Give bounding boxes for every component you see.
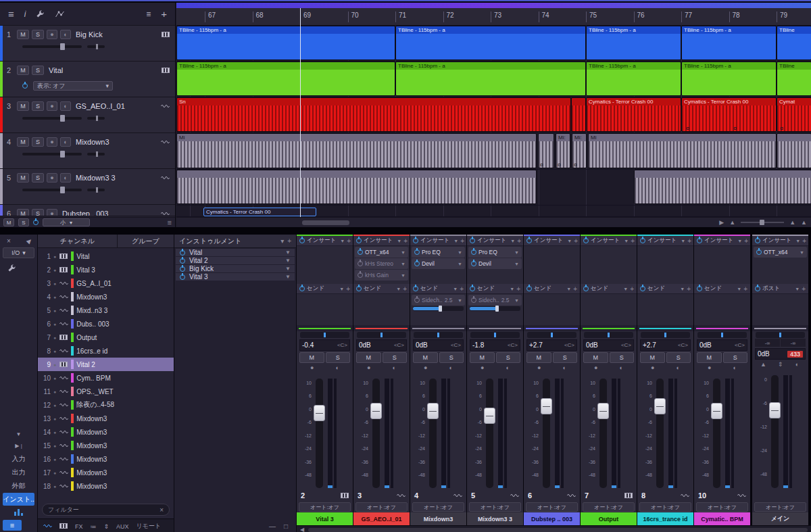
add-instrument-button[interactable]: + (287, 237, 291, 245)
volume-readout[interactable]: -0.4<C> (299, 339, 350, 351)
mute-button[interactable]: M (526, 352, 551, 363)
updown-icon[interactable]: ⇕ (772, 361, 789, 371)
insert-section-header[interactable]: インサート▼+ (752, 236, 808, 246)
automation-mode-button[interactable]: オート:オフ (696, 502, 748, 512)
solo-button[interactable]: S (32, 137, 44, 147)
strip-name[interactable]: Mixdown3 3 (467, 512, 523, 525)
strips-scrollbar[interactable]: ◀ (297, 525, 811, 532)
insert-section-header[interactable]: インサート▼+ (524, 236, 580, 246)
minimize-icon[interactable]: — (269, 523, 276, 530)
record-arm-button[interactable]: ● (640, 364, 666, 374)
audio-clip[interactable]: Mi:¤ (556, 133, 570, 168)
insert-section-header[interactable]: インサート▼+ (467, 236, 523, 246)
channel-list-row[interactable]: 13●Mixdown3 (38, 412, 174, 425)
automation-mode-button[interactable]: オート:オフ (639, 502, 691, 512)
track-pan-slider[interactable] (87, 117, 105, 120)
add-icon[interactable]: + (517, 237, 521, 245)
audio-clip[interactable] (176, 170, 537, 204)
volume-slider-handle[interactable] (60, 115, 65, 122)
add-icon[interactable]: + (743, 285, 747, 293)
gear-icon[interactable]: ¤ (574, 162, 577, 168)
instrument-row[interactable]: Big Kick▼ (176, 265, 295, 272)
volume-readout[interactable]: 0dB<C> (583, 339, 634, 351)
power-icon[interactable] (640, 286, 645, 291)
power-icon[interactable] (756, 249, 762, 255)
audio-clip[interactable]: TBline (777, 62, 811, 96)
power-icon[interactable] (358, 261, 363, 266)
group-header-label[interactable]: グループ (118, 235, 174, 247)
expand-down-button[interactable]: ▼ (4, 429, 33, 439)
fader-handle[interactable] (314, 405, 325, 421)
gear-icon[interactable]: ¤ (540, 162, 543, 168)
track-pan-slider[interactable] (87, 45, 105, 48)
channel-list-row[interactable]: 6●Dubs.. 003 (38, 317, 174, 331)
pan-slider[interactable] (584, 332, 633, 338)
power-icon[interactable] (414, 297, 420, 303)
track-pan-slider[interactable] (87, 189, 105, 191)
mute-button[interactable]: M (583, 352, 608, 363)
audio-clip[interactable]: Cymatics - Terror Crash 00 (203, 208, 316, 216)
automation-mode-button[interactable]: オート:オフ (412, 502, 464, 512)
zoom-slider-handle[interactable] (760, 220, 764, 225)
expand-right-button[interactable]: ▶ | (4, 441, 33, 451)
power-icon[interactable] (180, 274, 185, 280)
chevron-down-icon[interactable]: ▾ (280, 237, 284, 245)
send-slider-handle[interactable] (495, 306, 499, 312)
options-menu-icon[interactable]: ≡ (168, 218, 172, 226)
power-icon[interactable] (356, 286, 362, 291)
track-list-icon[interactable]: ≡ (146, 10, 151, 18)
volume-slider-handle[interactable] (60, 43, 65, 50)
zoom-slider[interactable] (741, 222, 784, 223)
solo-button[interactable]: S (553, 352, 578, 363)
solo-button[interactable]: S (326, 352, 351, 363)
audio-clip[interactable] (777, 133, 811, 168)
audio-clip[interactable]: Cymatics - Terror Crash 00¤¤ (681, 97, 777, 132)
audio-clip[interactable]: Mi (588, 133, 777, 168)
add-icon[interactable]: + (687, 237, 691, 245)
tab-audio[interactable] (43, 523, 52, 530)
mixer-menu-button[interactable]: ≡ (3, 520, 22, 531)
rail-outputs[interactable]: 出力 (3, 466, 34, 479)
plugin-slot[interactable]: Devil▼ (468, 258, 522, 269)
metronome-icon[interactable]: ▲ (755, 361, 772, 371)
track-header[interactable]: 2MSVital表示: オフ▾ (0, 62, 175, 97)
audio-clip[interactable] (571, 97, 586, 132)
monitor-button[interactable]: ◐ (60, 173, 71, 183)
power-icon[interactable] (299, 238, 305, 243)
power-icon[interactable] (414, 261, 420, 266)
add-icon[interactable]: + (631, 237, 635, 245)
automation-mode-button[interactable]: オート:オフ (355, 502, 408, 512)
fader-track[interactable] (486, 379, 493, 488)
add-icon[interactable]: + (347, 237, 351, 245)
track-header[interactable]: 4MS●◐Mixdown3 (0, 133, 175, 169)
add-icon[interactable]: + (630, 285, 634, 293)
audio-clip[interactable]: ¤ (538, 133, 554, 168)
send-slider-handle[interactable] (439, 306, 442, 312)
automation-icon[interactable] (55, 10, 65, 18)
volume-readout[interactable]: +2.7<C> (526, 339, 577, 351)
pan-slider[interactable] (527, 332, 576, 338)
pan-slider[interactable] (756, 332, 805, 338)
solo-button[interactable]: S (723, 352, 748, 363)
audio-clip[interactable] (634, 170, 811, 204)
power-icon[interactable] (413, 286, 418, 291)
channel-list-row[interactable]: 5●Mixd..n3 3 (38, 304, 174, 317)
tab-bus[interactable]: ≔ (91, 523, 97, 530)
mute-button[interactable]: M (470, 352, 495, 363)
send-section-header[interactable]: センド▼+ (694, 284, 750, 294)
track-volume-slider[interactable] (22, 153, 82, 155)
clear-filter-icon[interactable]: × (159, 506, 164, 514)
fader-handle[interactable] (711, 403, 722, 419)
plugin-slot[interactable]: Pro EQ▼ (412, 247, 465, 258)
menu-icon[interactable]: ≡ (8, 9, 14, 19)
monitor-button[interactable]: ◐ (552, 364, 578, 374)
fader-handle[interactable] (654, 398, 666, 414)
fader-track[interactable] (713, 379, 720, 488)
channel-list-row[interactable]: 3●GS_A..I_01 (38, 276, 174, 290)
send-section-header[interactable]: センド▼+ (581, 284, 637, 294)
record-arm-button[interactable]: ● (47, 30, 57, 39)
audio-clip[interactable]: TBline - 115bpm - a (681, 26, 777, 60)
automation-mode-button[interactable]: オート:オフ (469, 502, 521, 512)
solo-button[interactable]: S (610, 352, 635, 363)
fader-track[interactable] (656, 379, 664, 488)
